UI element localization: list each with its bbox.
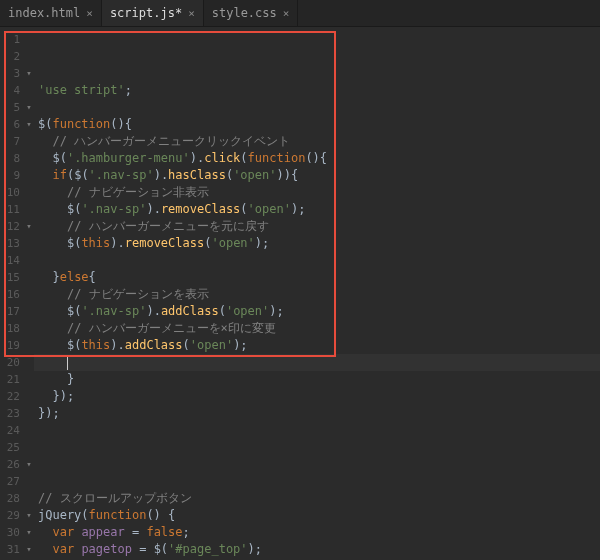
fold-marker — [24, 31, 34, 48]
tab-label: index.html — [8, 6, 80, 20]
code-line[interactable]: // ハンバーガーメニューを×印に変更 — [34, 320, 600, 337]
code-line[interactable]: }else{ — [34, 269, 600, 286]
code-area[interactable]: 'use stript';$(function(){ // ハンバーガーメニュー… — [34, 27, 600, 560]
fold-marker — [24, 405, 34, 422]
fold-marker — [24, 269, 34, 286]
fold-marker — [24, 371, 34, 388]
tab-style-css[interactable]: style.css× — [204, 0, 299, 26]
fold-marker — [24, 133, 34, 150]
fold-marker[interactable]: ▾ — [24, 218, 34, 235]
fold-marker[interactable]: ▾ — [24, 116, 34, 133]
fold-marker — [24, 388, 34, 405]
fold-gutter[interactable]: ▾▾▾▾▾▾▾▾▾▾▾ — [24, 27, 34, 560]
fold-marker — [24, 354, 34, 371]
code-line[interactable]: 'use stript'; — [34, 82, 600, 99]
fold-marker[interactable]: ▾ — [24, 524, 34, 541]
code-line[interactable]: jQuery(function() { — [34, 507, 600, 524]
code-line[interactable] — [34, 354, 600, 371]
code-line[interactable]: }); — [34, 405, 600, 422]
fold-marker — [24, 150, 34, 167]
code-line[interactable]: $('.nav-sp').addClass('open'); — [34, 303, 600, 320]
code-line[interactable] — [34, 99, 600, 116]
code-line[interactable] — [34, 422, 600, 439]
code-editor[interactable]: 1234567891011121314151617181920212223242… — [0, 27, 600, 560]
code-line[interactable]: // ハンバーガーメニューを元に戻す — [34, 218, 600, 235]
code-line[interactable] — [34, 439, 600, 456]
fold-marker — [24, 167, 34, 184]
fold-marker[interactable]: ▾ — [24, 65, 34, 82]
code-line[interactable]: var pagetop = $('#page_top'); — [34, 541, 600, 558]
fold-marker[interactable]: ▾ — [24, 99, 34, 116]
fold-marker — [24, 82, 34, 99]
fold-marker[interactable]: ▾ — [24, 541, 34, 558]
code-line[interactable]: $(function(){ — [34, 116, 600, 133]
tab-label: style.css — [212, 6, 277, 20]
code-line[interactable]: $('.nav-sp').removeClass('open'); — [34, 201, 600, 218]
fold-marker — [24, 337, 34, 354]
tab-script-js[interactable]: script.js*× — [102, 0, 204, 26]
code-line[interactable] — [34, 456, 600, 473]
code-line[interactable]: $(this).addClass('open'); — [34, 337, 600, 354]
code-line[interactable]: } — [34, 371, 600, 388]
code-line[interactable] — [34, 252, 600, 269]
fold-marker — [24, 490, 34, 507]
code-line[interactable]: // ナビゲーション非表示 — [34, 184, 600, 201]
fold-marker — [24, 422, 34, 439]
tab-index-html[interactable]: index.html× — [0, 0, 102, 26]
code-line[interactable]: if($('.nav-sp').hasClass('open')){ — [34, 167, 600, 184]
close-icon[interactable]: × — [283, 7, 290, 20]
line-number-gutter: 1234567891011121314151617181920212223242… — [0, 27, 24, 560]
code-line[interactable]: // ハンバーガーメニュークリックイベント — [34, 133, 600, 150]
code-line[interactable]: $('.hamburger-menu').click(function(){ — [34, 150, 600, 167]
code-line[interactable]: // スクロールアップボタン — [34, 490, 600, 507]
tab-label: script.js* — [110, 6, 182, 20]
code-line[interactable]: var appear = false; — [34, 524, 600, 541]
code-line[interactable] — [34, 473, 600, 490]
fold-marker — [24, 320, 34, 337]
close-icon[interactable]: × — [86, 7, 93, 20]
fold-marker — [24, 184, 34, 201]
fold-marker[interactable]: ▾ — [24, 456, 34, 473]
close-icon[interactable]: × — [188, 7, 195, 20]
fold-marker[interactable]: ▾ — [24, 507, 34, 524]
fold-marker — [24, 252, 34, 269]
fold-marker — [24, 439, 34, 456]
fold-marker — [24, 201, 34, 218]
text-cursor — [67, 356, 68, 370]
tab-bar: index.html×script.js*×style.css× — [0, 0, 600, 27]
fold-marker — [24, 473, 34, 490]
code-line[interactable]: // ナビゲーションを表示 — [34, 286, 600, 303]
code-line[interactable]: $(this).removeClass('open'); — [34, 235, 600, 252]
fold-marker — [24, 48, 34, 65]
fold-marker — [24, 286, 34, 303]
fold-marker — [24, 303, 34, 320]
fold-marker — [24, 235, 34, 252]
code-line[interactable]: }); — [34, 388, 600, 405]
